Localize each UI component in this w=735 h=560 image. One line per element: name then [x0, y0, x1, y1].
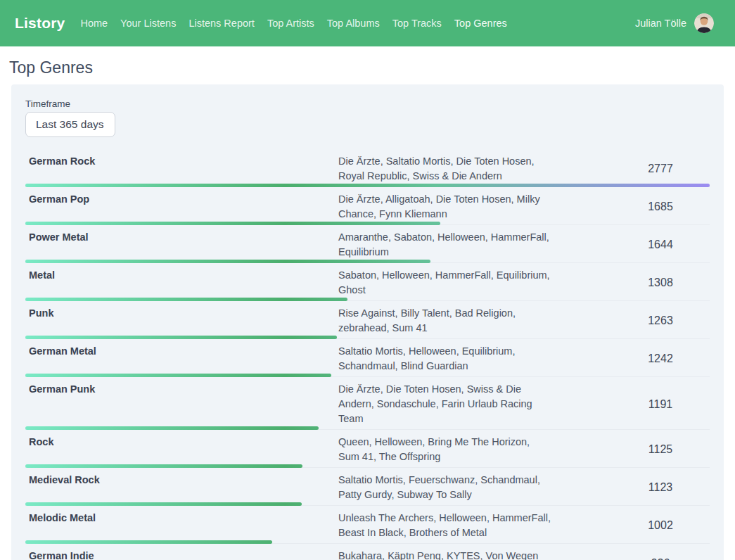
genre-count: 2777 [611, 163, 710, 175]
genre-count: 1685 [611, 201, 710, 213]
page-title: Top Genres [9, 58, 724, 77]
genre-count: 1002 [611, 519, 710, 532]
genre-name: German Indie [25, 549, 338, 560]
genre-progress-bar [25, 464, 302, 468]
genre-name: German Metal [25, 344, 338, 374]
genre-progress-bar [25, 540, 272, 544]
genre-count: 1263 [611, 314, 710, 327]
genre-count: 1123 [611, 481, 710, 494]
genre-row: MetalSabaton, Helloween, HammerFall, Equ… [25, 263, 710, 301]
genre-count: 1644 [611, 238, 710, 251]
genre-row: Power MetalAmaranthe, Sabaton, Helloween… [25, 225, 710, 263]
genre-name: Rock [25, 435, 338, 464]
genre-count: 1125 [611, 443, 710, 456]
genres-table: German RockDie Ärzte, Saltatio Mortis, D… [25, 149, 710, 560]
genre-row: German IndieBukahara, Käptn Peng, KYTES,… [25, 544, 710, 560]
nav-item-your-listens[interactable]: Your Listens [120, 18, 176, 29]
timeframe-label: Timeframe [25, 98, 710, 109]
genre-progress-bar [25, 374, 331, 377]
user-avatar-icon[interactable] [694, 13, 714, 33]
genre-row: RockQueen, Helloween, Bring Me The Horiz… [25, 430, 710, 468]
genre-artists: Bukahara, Käptn Peng, KYTES, Von Wegen L… [338, 549, 553, 560]
genre-row: Medieval RockSaltatio Mortis, Feuerschwa… [25, 468, 710, 506]
genres-card: Timeframe Last 365 days German RockDie Ä… [11, 84, 724, 560]
genre-artists: Die Ärzte, Die Toten Hosen, Swiss & Die … [338, 382, 553, 426]
page-content: Top Genres Timeframe Last 365 days Germa… [0, 58, 735, 560]
genre-row: German MetalSaltatio Mortis, Helloween, … [25, 339, 710, 377]
genre-progress-bar [25, 502, 302, 506]
genre-artists: Unleash The Archers, Helloween, HammerFa… [338, 511, 553, 540]
genre-progress-bar [25, 298, 347, 301]
genre-count: 1308 [611, 276, 710, 289]
genre-name: Punk [25, 306, 338, 336]
nav-item-top-tracks[interactable]: Top Tracks [392, 18, 442, 29]
genre-name: German Punk [25, 382, 338, 426]
genre-name: Melodic Metal [25, 511, 338, 540]
genre-row: German RockDie Ärzte, Saltatio Mortis, D… [25, 149, 710, 187]
genre-progress-bar [25, 336, 337, 339]
genre-name: Medieval Rock [25, 473, 338, 502]
navbar: Listory HomeYour ListensListens ReportTo… [0, 0, 735, 46]
genre-artists: Saltatio Mortis, Helloween, Equilibrium,… [338, 344, 553, 374]
nav-item-listens-report[interactable]: Listens Report [188, 18, 255, 29]
user-name: Julian Tölle [635, 18, 686, 29]
nav-item-home[interactable]: Home [80, 18, 108, 29]
genre-count: 1242 [611, 352, 710, 365]
genre-progress-bar [25, 426, 319, 430]
main-nav: HomeYour ListensListens ReportTop Artist… [80, 18, 634, 29]
genre-name: Metal [25, 268, 338, 298]
app-brand[interactable]: Listory [15, 15, 65, 32]
genre-artists: Saltatio Mortis, Feuerschwanz, Schandmau… [338, 473, 553, 502]
user-menu[interactable]: Julian Tölle [635, 13, 714, 33]
genre-row: PunkRise Against, Billy Talent, Bad Reli… [25, 301, 710, 339]
genre-artists: Queen, Helloween, Bring Me The Horizon, … [338, 435, 553, 464]
genre-row: German PopDie Ärzte, Alligatoah, Die Tot… [25, 187, 710, 225]
genre-artists: Sabaton, Helloween, HammerFall, Equilibr… [338, 268, 553, 298]
genre-count: 926 [611, 557, 710, 560]
nav-item-top-artists[interactable]: Top Artists [267, 18, 314, 29]
genre-progress-bar [25, 260, 430, 263]
genre-row: German PunkDie Ärzte, Die Toten Hosen, S… [25, 377, 710, 430]
nav-item-top-genres[interactable]: Top Genres [454, 18, 507, 29]
genre-artists: Amaranthe, Sabaton, Helloween, HammerFal… [338, 230, 553, 260]
genre-row: Melodic MetalUnleash The Archers, Hellow… [25, 506, 710, 544]
genre-progress-bar [25, 222, 440, 225]
genre-artists: Rise Against, Billy Talent, Bad Religion… [338, 306, 553, 336]
genre-count: 1191 [611, 398, 710, 411]
timeframe-select[interactable]: Last 365 days [25, 112, 115, 137]
nav-item-top-albums[interactable]: Top Albums [327, 18, 380, 29]
genre-name: German Rock [25, 154, 338, 184]
timeframe-filter: Timeframe Last 365 days [25, 98, 710, 137]
genre-artists: Die Ärzte, Alligatoah, Die Toten Hosen, … [338, 192, 553, 222]
genre-artists: Die Ärzte, Saltatio Mortis, Die Toten Ho… [338, 154, 553, 184]
genre-name: Power Metal [25, 230, 338, 260]
genre-progress-bar [25, 184, 710, 187]
genre-name: German Pop [25, 192, 338, 222]
